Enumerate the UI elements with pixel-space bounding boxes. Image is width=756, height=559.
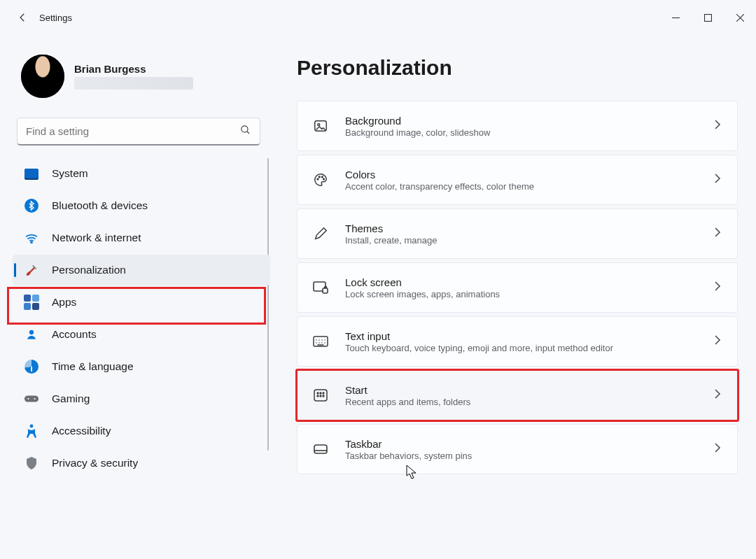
sidebar: Brian Burgess System Bluetooth & devices xyxy=(0,35,273,559)
keyboard-icon xyxy=(312,332,330,351)
settings-cards: Background Background image, color, slid… xyxy=(297,101,738,474)
svg-point-1 xyxy=(241,126,248,132)
sidebar-item-gaming[interactable]: Gaming xyxy=(13,383,270,414)
card-title: Start xyxy=(345,384,698,396)
svg-point-5 xyxy=(27,398,29,399)
lock-screen-icon xyxy=(312,278,330,297)
card-taskbar[interactable]: Taskbar Taskbar behaviors, system pins xyxy=(297,424,738,474)
sidebar-item-apps[interactable]: Apps xyxy=(13,287,270,318)
sidebar-item-label: Privacy & security xyxy=(52,457,138,469)
sidebar-item-label: Apps xyxy=(52,296,76,309)
avatar xyxy=(21,55,64,98)
svg-rect-0 xyxy=(704,14,711,21)
system-icon xyxy=(24,166,39,181)
svg-point-6 xyxy=(34,398,35,399)
profile-email-placeholder xyxy=(74,77,193,90)
accessibility-icon xyxy=(24,423,39,439)
titlebar: Settings xyxy=(0,0,756,35)
svg-point-7 xyxy=(30,425,34,428)
search-input[interactable] xyxy=(26,125,239,137)
svg-rect-4 xyxy=(24,395,38,402)
card-background[interactable]: Background Background image, color, slid… xyxy=(297,101,738,151)
svg-point-11 xyxy=(318,176,320,178)
sidebar-item-accessibility[interactable]: Accessibility xyxy=(13,416,270,446)
svg-point-22 xyxy=(320,395,321,397)
card-start[interactable]: Start Recent apps and items, folders xyxy=(297,370,738,420)
svg-point-10 xyxy=(317,178,318,180)
brush-icon xyxy=(24,262,39,278)
sidebar-item-accounts[interactable]: Accounts xyxy=(13,319,270,350)
shield-icon xyxy=(24,455,39,471)
sidebar-item-label: Network & internet xyxy=(52,232,141,244)
profile[interactable]: Brian Burgess xyxy=(13,50,270,111)
sidebar-item-privacy[interactable]: Privacy & security xyxy=(13,448,270,479)
svg-point-19 xyxy=(320,392,321,394)
sidebar-item-system[interactable]: System xyxy=(13,158,270,189)
pen-icon xyxy=(312,225,330,243)
sidebar-item-bluetooth[interactable]: Bluetooth & devices xyxy=(13,190,270,221)
svg-rect-24 xyxy=(314,445,327,453)
sidebar-item-time[interactable]: Time & language xyxy=(13,351,270,382)
card-title: Lock screen xyxy=(345,276,698,288)
card-subtitle: Taskbar behaviors, system pins xyxy=(345,451,698,461)
apps-icon xyxy=(24,295,39,310)
card-subtitle: Recent apps and items, folders xyxy=(345,397,698,407)
wifi-icon xyxy=(24,230,39,246)
chevron-right-icon xyxy=(713,388,722,402)
palette-icon xyxy=(312,171,330,189)
svg-point-23 xyxy=(323,395,324,397)
search-icon xyxy=(239,124,251,139)
card-text-input[interactable]: Text input Touch keyboard, voice typing,… xyxy=(297,316,738,367)
svg-point-13 xyxy=(323,178,325,180)
gamepad-icon xyxy=(24,391,39,406)
nav-list: System Bluetooth & devices Network & int… xyxy=(13,158,270,479)
card-title: Colors xyxy=(345,169,698,181)
card-subtitle: Lock screen images, apps, animations xyxy=(345,289,698,299)
sidebar-item-label: Accounts xyxy=(52,328,97,341)
app-title: Settings xyxy=(39,13,72,23)
clock-icon xyxy=(24,359,39,374)
close-icon xyxy=(736,14,744,22)
card-subtitle: Touch keyboard, voice typing, emoji and … xyxy=(345,343,698,353)
card-title: Themes xyxy=(345,222,698,234)
svg-rect-15 xyxy=(323,288,328,293)
profile-name: Brian Burgess xyxy=(74,63,193,76)
minimize-icon xyxy=(672,14,680,22)
chevron-right-icon xyxy=(713,442,722,456)
page-title: Personalization xyxy=(297,56,738,80)
svg-point-21 xyxy=(317,395,318,397)
arrow-left-icon xyxy=(16,11,29,24)
start-icon xyxy=(312,386,330,404)
minimize-button[interactable] xyxy=(659,6,692,29)
back-button[interactable] xyxy=(8,3,36,31)
image-icon xyxy=(312,117,330,135)
card-lock-screen[interactable]: Lock screen Lock screen images, apps, an… xyxy=(297,262,738,313)
svg-point-3 xyxy=(29,330,34,334)
chevron-right-icon xyxy=(713,173,722,187)
sidebar-item-network[interactable]: Network & internet xyxy=(13,222,270,253)
card-themes[interactable]: Themes Install, create, manage xyxy=(297,208,738,259)
sidebar-item-label: Personalization xyxy=(52,264,126,276)
card-subtitle: Install, create, manage xyxy=(345,235,698,246)
taskbar-icon xyxy=(312,440,330,458)
card-title: Background xyxy=(345,115,698,127)
card-subtitle: Accent color, transparency effects, colo… xyxy=(345,181,698,192)
chevron-right-icon xyxy=(713,281,722,295)
card-title: Text input xyxy=(345,330,698,342)
sidebar-item-label: Time & language xyxy=(52,360,134,373)
search-box[interactable] xyxy=(17,118,260,146)
svg-point-20 xyxy=(323,392,324,394)
sidebar-item-label: Accessibility xyxy=(52,425,111,437)
close-button[interactable] xyxy=(724,6,756,29)
card-colors[interactable]: Colors Accent color, transparency effect… xyxy=(297,155,738,205)
chevron-right-icon xyxy=(713,334,722,348)
chevron-right-icon xyxy=(713,119,722,133)
sidebar-item-label: Gaming xyxy=(52,392,90,405)
card-title: Taskbar xyxy=(345,438,698,450)
sidebar-item-label: Bluetooth & devices xyxy=(52,199,148,212)
sidebar-item-label: System xyxy=(52,167,88,180)
maximize-button[interactable] xyxy=(692,6,724,29)
sidebar-item-personalization[interactable]: Personalization xyxy=(13,255,270,285)
svg-point-18 xyxy=(317,392,318,394)
chevron-right-icon xyxy=(713,227,722,241)
